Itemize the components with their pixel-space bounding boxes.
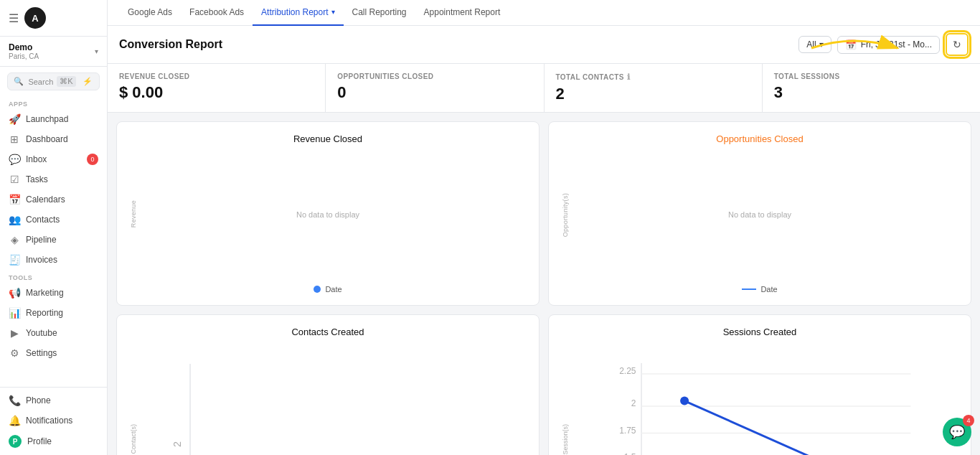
apps-section-label: Apps (0, 96, 107, 109)
sidebar-item-label: Reporting (26, 308, 63, 318)
revenue-legend-dot (314, 286, 321, 293)
main-content: Google Ads Facebook Ads Attribution Repo… (108, 0, 980, 455)
sidebar-item-label: Pipeline (26, 235, 57, 245)
sidebar-item-invoices[interactable]: 🧾 Invoices (0, 250, 107, 270)
calendar-icon: 📅 (845, 39, 857, 50)
svg-text:2.25: 2.25 (619, 366, 636, 376)
tab-facebook-ads[interactable]: Facebook Ads (181, 0, 253, 26)
sidebar-item-notifications[interactable]: 🔔 Notifications (0, 411, 107, 431)
sidebar-item-label: Marketing (26, 288, 64, 298)
sidebar-item-pipeline[interactable]: ◈ Pipeline (0, 230, 107, 250)
agency-selector[interactable]: Demo Paris, CA ▾ (0, 37, 107, 67)
stat-total-sessions: TOTAL SESSIONS 3 (763, 64, 980, 112)
search-icon: 🔍 (14, 77, 24, 86)
revenue-legend-label: Date (325, 285, 341, 294)
revenue-legend: Date (128, 285, 527, 294)
contacts-y-label: Contact(s) (130, 424, 137, 454)
chevron-down-icon: ▾ (95, 47, 98, 55)
opportunities-legend: Date (560, 285, 959, 294)
chevron-down-icon: ▾ (819, 39, 824, 50)
sidebar-item-youtube[interactable]: ▶ Youtube (0, 323, 107, 343)
inbox-badge: 0 (87, 154, 98, 165)
sidebar-item-label: Tasks (26, 174, 48, 184)
profile-icon: P (9, 435, 22, 448)
chart-title-revenue: Revenue Closed (128, 133, 527, 144)
chart-title-opportunities: Opportunities Closed (560, 133, 959, 144)
sidebar-item-label: Youtube (26, 328, 57, 338)
info-icon: ℹ (627, 72, 630, 82)
youtube-icon: ▶ (9, 327, 20, 339)
tab-appointment-report[interactable]: Appointment Report (415, 0, 509, 26)
sessions-y-label: Session(s) (562, 424, 569, 455)
filter-all-select[interactable]: All ▾ (798, 36, 831, 53)
sidebar-item-calendars[interactable]: 📅 Calendars (0, 189, 107, 210)
stat-value-sessions: 3 (774, 83, 969, 102)
sidebar-item-contacts[interactable]: 👥 Contacts (0, 210, 107, 230)
contacts-created-chart: Contacts Created Contact(s) 2 Date (116, 314, 540, 455)
search-shortcut: ⌘K (57, 76, 75, 87)
sidebar-item-label: Notifications (26, 416, 72, 426)
svg-text:1.75: 1.75 (619, 426, 636, 436)
settings-icon: ⚙ (9, 347, 20, 359)
chat-badge: 4 (963, 415, 974, 426)
avatar: A (24, 7, 46, 29)
stat-label-sessions: TOTAL SESSIONS (774, 72, 969, 80)
phone-icon: 📞 (9, 395, 20, 406)
sidebar-item-inbox[interactable]: 💬 Inbox 0 (0, 149, 107, 169)
stat-label-revenue: REVENUE CLOSED (119, 72, 314, 80)
stat-value-opportunities: 0 (337, 83, 532, 102)
reporting-icon: 📊 (9, 307, 20, 319)
marketing-icon: 📢 (9, 287, 20, 299)
opportunities-no-data: No data to display (728, 210, 791, 219)
dashboard-icon: ⊞ (9, 133, 20, 145)
tab-attribution-report[interactable]: Attribution Report ▾ (253, 0, 343, 26)
svg-text:1.5: 1.5 (624, 452, 636, 455)
svg-text:2: 2 (631, 398, 636, 408)
sidebar-item-label: Profile (27, 436, 52, 446)
stats-row: REVENUE CLOSED $ 0.00 OPPORTUNITIES CLOS… (108, 64, 980, 113)
svg-point-17 (680, 397, 689, 405)
chart-body-sessions: Session(s) 2.25 2 1.75 1.5 1.25 (560, 343, 959, 455)
sidebar: ☰ A Demo Paris, CA ▾ 🔍 Search ⌘K ⚡ Apps … (0, 0, 108, 455)
opportunities-legend-label: Date (760, 285, 777, 294)
sidebar-item-tasks[interactable]: ☑ Tasks (0, 169, 107, 189)
stat-label-opportunities: OPPORTUNITIES CLOSED (337, 72, 532, 80)
svg-text:2: 2 (171, 441, 183, 447)
sidebar-bottom: 📞 Phone 🔔 Notifications P Profile (0, 387, 107, 455)
inbox-icon: 💬 (9, 154, 20, 165)
sidebar-item-label: Settings (26, 348, 57, 358)
sidebar-item-launchpad[interactable]: 🚀 Launchpad (0, 109, 107, 129)
chat-icon: 💬 (949, 424, 965, 440)
sessions-chart-svg: 2.25 2 1.75 1.5 1.25 (580, 352, 939, 455)
refresh-button[interactable]: ↻ (946, 33, 969, 56)
top-nav: Google Ads Facebook Ads Attribution Repo… (108, 0, 980, 26)
sidebar-item-profile[interactable]: P Profile (0, 431, 107, 452)
hamburger-icon[interactable]: ☰ (9, 11, 19, 25)
sidebar-item-phone[interactable]: 📞 Phone (0, 390, 107, 411)
sidebar-item-settings[interactable]: ⚙ Settings (0, 343, 107, 363)
stat-revenue-closed: REVENUE CLOSED $ 0.00 (108, 64, 326, 112)
revenue-y-label: Revenue (130, 200, 137, 228)
sidebar-item-marketing[interactable]: 📢 Marketing (0, 283, 107, 303)
sidebar-item-label: Invoices (26, 255, 57, 265)
tab-google-ads[interactable]: Google Ads (119, 0, 181, 26)
opportunities-y-label: Opportunity(s) (562, 193, 569, 237)
sidebar-item-label: Contacts (26, 215, 60, 225)
stat-total-contacts: TOTAL CONTACTS ℹ 2 (545, 64, 763, 112)
stat-label-contacts: TOTAL CONTACTS ℹ (556, 72, 750, 82)
chat-bubble[interactable]: 💬 4 (943, 418, 971, 446)
tab-call-reporting[interactable]: Call Reporting (344, 0, 415, 26)
chart-title-sessions: Sessions Created (560, 327, 959, 337)
chart-body-revenue: Revenue No data to display (128, 150, 527, 279)
opportunities-legend-line (742, 289, 756, 290)
sidebar-header: ☰ A (0, 0, 107, 37)
date-range-picker[interactable]: 📅 Fri, Jul 21st - Mo... (837, 36, 940, 54)
tools-section-label: Tools (0, 270, 107, 283)
sidebar-item-dashboard[interactable]: ⊞ Dashboard (0, 129, 107, 149)
stat-value-contacts: 2 (556, 85, 750, 103)
opportunities-closed-chart: Opportunities Closed Opportunity(s) No d… (548, 121, 971, 306)
stat-value-revenue: $ 0.00 (119, 83, 314, 102)
search-bar[interactable]: 🔍 Search ⌘K ⚡ (7, 72, 100, 90)
launchpad-icon: 🚀 (9, 113, 20, 125)
sidebar-item-reporting[interactable]: 📊 Reporting (0, 303, 107, 323)
